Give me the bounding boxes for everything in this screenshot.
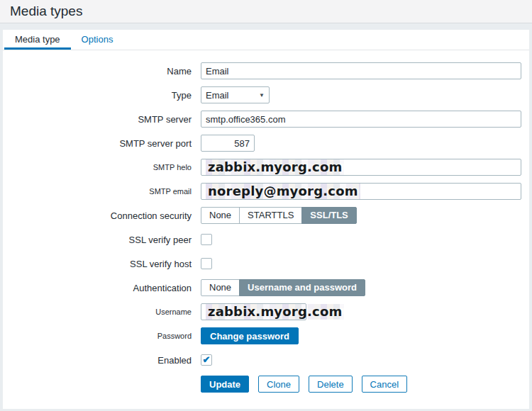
field-row-ssl-verify-peer: SSL verify peer xyxy=(3,231,529,248)
username-input[interactable]: zabbix.myorg.com xyxy=(201,303,306,320)
segment-option-none[interactable]: None xyxy=(201,207,240,224)
smtp-port-label: SMTP server port xyxy=(3,138,192,149)
field-row-connection-security: Connection security NoneSTARTTLSSSL/TLS xyxy=(3,207,529,224)
update-button[interactable]: Update xyxy=(201,376,249,393)
username-value: zabbix.myorg.com xyxy=(206,304,344,320)
ssl-verify-peer-checkbox[interactable] xyxy=(201,234,212,245)
username-label: Username xyxy=(3,308,192,316)
smtp-server-label: SMTP server xyxy=(3,114,192,125)
media-type-form-widget: Media type Options Name Type Email ▼ SMT… xyxy=(3,30,529,409)
field-row-enabled: Enabled ✔ xyxy=(3,351,529,368)
tab-media-type[interactable]: Media type xyxy=(4,30,71,50)
smtp-port-input[interactable] xyxy=(201,135,255,152)
media-type-form: Name Type Email ▼ SMTP server SMTP serve… xyxy=(3,50,529,409)
segment-option-ssl-tls[interactable]: SSL/TLS xyxy=(301,207,356,224)
field-row-ssl-verify-host: SSL verify host xyxy=(3,255,529,272)
delete-button[interactable]: Delete xyxy=(309,376,353,393)
form-actions-row: Update Clone Delete Cancel xyxy=(3,376,529,393)
smtp-helo-value: zabbix.myorg.com xyxy=(206,159,344,175)
ssl-verify-host-checkbox[interactable] xyxy=(201,258,212,269)
cancel-button[interactable]: Cancel xyxy=(362,376,407,393)
field-row-smtp-helo: SMTP helo zabbix.myorg.com xyxy=(3,159,529,176)
smtp-email-label: SMTP email xyxy=(3,187,192,196)
smtp-helo-label: SMTP helo xyxy=(3,163,192,171)
smtp-email-input[interactable]: noreply@myorg.com xyxy=(201,183,521,200)
segment-option-none[interactable]: None xyxy=(201,279,240,296)
field-row-smtp-port: SMTP server port xyxy=(3,135,529,152)
chevron-down-icon: ▼ xyxy=(259,92,265,98)
ssl-verify-host-label: SSL verify host xyxy=(3,259,192,269)
enabled-checkbox[interactable]: ✔ xyxy=(201,354,212,366)
password-label: Password xyxy=(3,332,192,340)
enabled-label: Enabled xyxy=(3,355,192,366)
tab-options[interactable]: Options xyxy=(71,30,124,50)
clone-button[interactable]: Clone xyxy=(258,376,299,393)
type-label: Type xyxy=(3,90,192,101)
field-row-authentication: Authentication NoneUsername and password xyxy=(3,279,529,296)
page-header: Media types xyxy=(0,0,532,23)
connection-security-segments: NoneSTARTTLSSSL/TLS xyxy=(201,207,357,224)
connection-security-label: Connection security xyxy=(3,210,192,221)
smtp-helo-input[interactable]: zabbix.myorg.com xyxy=(201,159,521,176)
name-label: Name xyxy=(3,66,192,77)
form-actions: Update Clone Delete Cancel xyxy=(201,376,407,393)
segment-option-starttls[interactable]: STARTTLS xyxy=(239,207,302,224)
smtp-email-value: noreply@myorg.com xyxy=(206,184,360,199)
type-select-value: Email xyxy=(206,90,229,101)
type-select[interactable]: Email ▼ xyxy=(201,86,270,103)
field-row-name: Name xyxy=(3,62,529,79)
field-row-smtp-email: SMTP email noreply@myorg.com xyxy=(3,183,529,200)
smtp-server-input[interactable] xyxy=(201,111,521,128)
field-row-username: Username zabbix.myorg.com xyxy=(3,303,529,320)
page-title: Media types xyxy=(10,4,82,19)
ssl-verify-peer-label: SSL verify peer xyxy=(3,235,192,245)
field-row-smtp-server: SMTP server xyxy=(3,111,529,128)
name-input[interactable] xyxy=(201,62,521,79)
authentication-label: Authentication xyxy=(3,283,192,293)
segment-option-username-and-password[interactable]: Username and password xyxy=(239,279,365,296)
change-password-button[interactable]: Change password xyxy=(201,327,299,344)
authentication-segments: NoneUsername and password xyxy=(201,279,365,296)
tab-bar: Media type Options xyxy=(3,30,529,50)
field-row-type: Type Email ▼ xyxy=(3,86,529,103)
field-row-password: Password Change password xyxy=(3,327,529,344)
